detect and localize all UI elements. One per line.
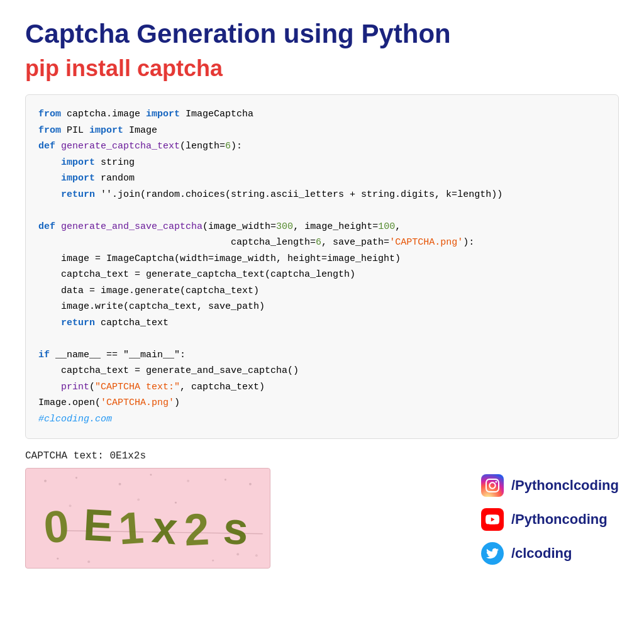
- svg-point-7: [249, 483, 252, 486]
- youtube-icon: [481, 508, 504, 531]
- page-title: Captcha Generation using Python: [25, 19, 619, 49]
- youtube-link[interactable]: /Pythoncoding: [481, 508, 619, 531]
- svg-point-21: [175, 502, 177, 504]
- code-line-10: image = ImageCaptcha(width=image_width, …: [38, 251, 606, 267]
- output-section: CAPTCHA text: 0E1x2s: [25, 450, 619, 569]
- svg-text:1: 1: [117, 502, 145, 554]
- captcha-image: 0 E 1 x 2 s: [25, 468, 270, 569]
- code-line-9: captcha_length=6, save_path='CAPTCHA.png…: [38, 235, 606, 251]
- social-links: /Pythonclcoding /Pythoncoding /clcoding: [481, 468, 619, 565]
- code-line-3: def generate_captcha_text(length=6):: [38, 138, 606, 155]
- code-line-17: captcha_text = generate_and_save_captcha…: [38, 363, 606, 379]
- instagram-link[interactable]: /Pythonclcoding: [481, 474, 619, 497]
- code-block: from captcha.image import ImageCaptcha f…: [25, 94, 619, 439]
- code-line-1: from captcha.image import ImageCaptcha: [38, 106, 606, 123]
- code-line-7: [38, 203, 606, 219]
- code-line-20: #clcoding.com: [38, 411, 606, 428]
- pip-install-command: pip install captcha: [25, 55, 619, 82]
- svg-point-5: [187, 480, 189, 482]
- svg-text:2: 2: [183, 504, 211, 555]
- svg-point-3: [119, 483, 121, 486]
- code-line-4: import string: [38, 155, 606, 171]
- code-line-15: [38, 331, 606, 347]
- bottom-row: 0 E 1 x 2 s /Pythonclcoding: [25, 468, 619, 569]
- svg-point-22: [69, 504, 72, 507]
- svg-point-2: [75, 477, 77, 479]
- instagram-handle: /Pythonclcoding: [511, 477, 619, 494]
- code-line-14: return captcha_text: [38, 315, 606, 331]
- svg-point-20: [137, 498, 140, 501]
- code-line-12: data = image.generate(captcha_text): [38, 283, 606, 299]
- code-line-18: print("CAPTCHA text:", captcha_text): [38, 379, 606, 396]
- output-label: CAPTCHA text: 0E1x2s: [25, 450, 619, 462]
- instagram-icon: [481, 474, 504, 497]
- code-line-2: from PIL import Image: [38, 123, 606, 139]
- code-line-6: return ''.join(random.choices(string.asc…: [38, 187, 606, 203]
- twitter-link[interactable]: /clcoding: [481, 542, 619, 565]
- code-line-16: if __name__ == "__main__":: [38, 347, 606, 364]
- youtube-handle: /Pythoncoding: [511, 511, 608, 528]
- svg-point-4: [150, 474, 152, 475]
- code-line-8: def generate_and_save_captcha(image_widt…: [38, 219, 606, 235]
- svg-text:s: s: [221, 503, 250, 555]
- svg-point-1: [44, 480, 47, 482]
- code-line-5: import random: [38, 170, 606, 187]
- svg-point-11: [212, 560, 214, 562]
- svg-point-6: [225, 479, 226, 480]
- svg-text:0: 0: [42, 501, 70, 552]
- twitter-icon: [481, 542, 504, 565]
- code-line-13: image.write(captcha_text, save_path): [38, 299, 606, 315]
- twitter-handle: /clcoding: [511, 545, 572, 562]
- svg-point-8: [255, 554, 258, 557]
- code-line-11: captcha_text = generate_captcha_text(cap…: [38, 267, 606, 283]
- svg-point-10: [87, 560, 90, 563]
- svg-text:E: E: [82, 500, 114, 551]
- svg-point-9: [57, 558, 58, 560]
- code-line-19: Image.open('CAPTCHA.png'): [38, 395, 606, 411]
